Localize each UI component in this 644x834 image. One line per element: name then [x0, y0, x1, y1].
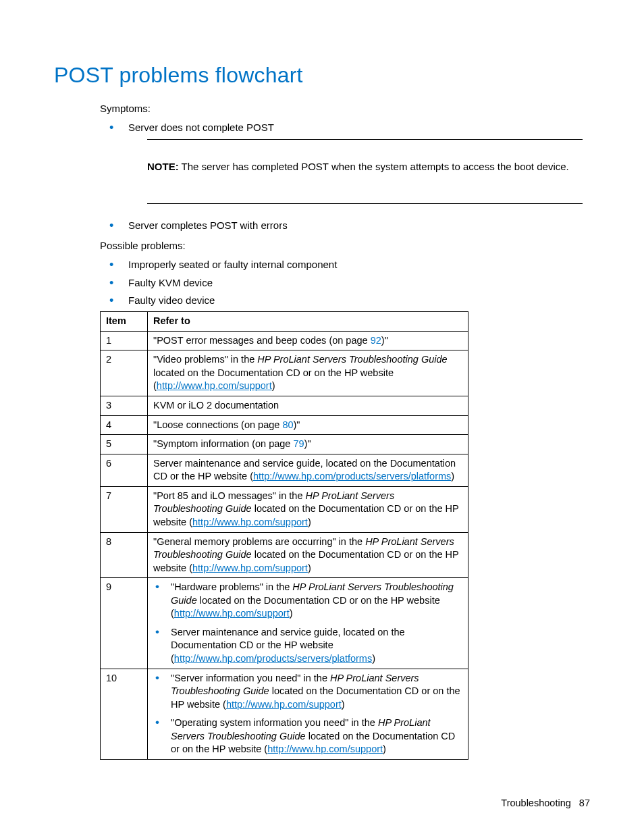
list-item: "Server information you need" in the HP …: [153, 672, 462, 712]
table-row: 10"Server information you need" in the H…: [101, 669, 468, 759]
page-reference[interactable]: 80: [282, 419, 293, 430]
list-item: Server does not complete POST: [100, 121, 590, 134]
page-reference[interactable]: 92: [371, 335, 381, 346]
note-label: NOTE:: [147, 161, 179, 172]
list-item: Faulty video device: [100, 294, 590, 307]
cell-refer: "Hardware problems" in the HP ProLiant S…: [148, 578, 468, 669]
cell-bullet-list: "Server information you need" in the HP …: [153, 672, 462, 756]
table-row: 9"Hardware problems" in the HP ProLiant …: [101, 578, 468, 669]
cell-item: 7: [101, 486, 148, 532]
hyperlink[interactable]: http://www.hp.com/support: [157, 380, 272, 391]
table-header-row: Item Refer to: [101, 312, 468, 332]
cell-bullet-list: "Hardware problems" in the HP ProLiant S…: [153, 581, 462, 665]
cell-item: 3: [101, 396, 148, 416]
table-row: 2"Video problems" in the HP ProLiant Ser…: [101, 350, 468, 396]
italic-title: HP ProLiant Servers Troubleshooting Guid…: [153, 536, 454, 561]
table-row: 5"Symptom information (on page 79)": [101, 435, 468, 454]
cell-item: 10: [101, 669, 148, 759]
table-row: 6Server maintenance and service guide, l…: [101, 454, 468, 486]
italic-title: HP ProLiant Servers Troubleshooting Guid…: [257, 354, 447, 365]
hyperlink[interactable]: http://www.hp.com/support: [174, 608, 290, 619]
symptoms-list-2: Server completes POST with errors: [100, 219, 590, 232]
list-item: "Hardware problems" in the HP ProLiant S…: [153, 581, 462, 621]
note-body: The server has completed POST when the s…: [179, 161, 569, 172]
cell-refer: "General memory problems are occurring" …: [148, 532, 468, 578]
list-item: Server maintenance and service guide, lo…: [153, 626, 462, 666]
list-item: Improperly seated or faulty internal com…: [100, 258, 590, 271]
italic-title: HP ProLiant Servers Troubleshooting Guid…: [153, 490, 394, 515]
table-row: 1"POST error messages and beep codes (on…: [101, 331, 468, 350]
body-content: Symptoms: Server does not complete POST …: [100, 102, 590, 760]
cell-refer: "Port 85 and iLO messages" in the HP Pro…: [148, 486, 468, 532]
italic-title: HP ProLiant Servers Troubleshooting Guid…: [171, 673, 419, 697]
possible-list: Improperly seated or faulty internal com…: [100, 258, 590, 307]
hyperlink[interactable]: http://www.hp.com/support: [267, 744, 383, 754]
note-top-rule: [147, 139, 583, 140]
note-bottom-rule: [147, 203, 583, 204]
note-block: NOTE: The server has completed POST when…: [147, 147, 583, 194]
footer-section: Troubleshooting: [501, 798, 570, 808]
italic-title: HP ProLiant Servers Troubleshooting Guid…: [171, 581, 454, 606]
list-item: Faulty KVM device: [100, 276, 590, 290]
possible-label: Possible problems:: [100, 239, 590, 253]
list-item: Server completes POST with errors: [100, 219, 590, 232]
cell-refer: "POST error messages and beep codes (on …: [148, 331, 468, 350]
page-title: POST problems flowchart: [54, 61, 590, 90]
symptoms-label: Symptoms:: [100, 102, 590, 115]
page-reference[interactable]: 79: [293, 438, 304, 449]
page: POST problems flowchart Symptoms: Server…: [0, 0, 644, 831]
footer-page: 87: [579, 798, 590, 808]
table-row: 3KVM or iLO 2 documentation: [101, 396, 468, 416]
cell-refer: "Loose connections (on page 80)": [148, 415, 468, 435]
cell-item: 4: [101, 415, 148, 435]
cell-item: 6: [101, 454, 148, 486]
table-row: 7"Port 85 and iLO messages" in the HP Pr…: [101, 486, 468, 532]
cell-refer: "Video problems" in the HP ProLiant Serv…: [148, 350, 468, 396]
cell-item: 8: [101, 532, 148, 578]
page-footer: Troubleshooting 87: [501, 797, 590, 810]
hyperlink[interactable]: http://www.hp.com/support: [226, 699, 342, 710]
hyperlink[interactable]: http://www.hp.com/products/servers/platf…: [253, 471, 451, 481]
th-refer: Refer to: [148, 312, 468, 332]
cell-refer: Server maintenance and service guide, lo…: [148, 454, 468, 486]
cell-item: 5: [101, 435, 148, 454]
table-row: 4"Loose connections (on page 80)": [101, 415, 468, 435]
note-text: NOTE: The server has completed POST when…: [147, 152, 583, 188]
cell-item: 1: [101, 331, 148, 350]
th-item: Item: [101, 312, 148, 332]
hyperlink[interactable]: http://www.hp.com/support: [192, 563, 308, 573]
hyperlink[interactable]: http://www.hp.com/support: [192, 517, 308, 527]
cell-item: 9: [101, 578, 148, 669]
cell-item: 2: [101, 350, 148, 396]
cell-refer: "Symptom information (on page 79)": [148, 435, 468, 454]
symptoms-list: Server does not complete POST: [100, 121, 590, 134]
list-item: "Operating system information you need" …: [153, 716, 462, 756]
table-row: 8"General memory problems are occurring"…: [101, 532, 468, 578]
italic-title: HP ProLiant Servers Troubleshooting Guid…: [171, 717, 431, 741]
cell-refer: KVM or iLO 2 documentation: [148, 396, 468, 416]
cell-refer: "Server information you need" in the HP …: [148, 669, 468, 759]
reference-table: Item Refer to 1"POST error messages and …: [100, 311, 468, 760]
hyperlink[interactable]: http://www.hp.com/products/servers/platf…: [174, 653, 372, 664]
